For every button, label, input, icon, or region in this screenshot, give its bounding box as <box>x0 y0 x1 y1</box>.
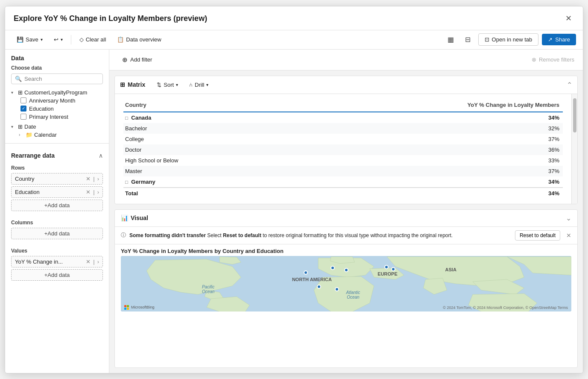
save-icon: 💾 <box>17 36 23 43</box>
drill-label: Drill <box>195 82 204 88</box>
sort-icon: ⇅ <box>157 82 161 88</box>
data-overview-button[interactable]: 📋 Data overview <box>112 34 166 45</box>
choose-data-title: Choose data <box>11 65 103 71</box>
columns-section: Columns +Add data <box>5 216 109 244</box>
highschool-label: High School or Below <box>123 155 288 166</box>
highschool-value: 33% <box>288 155 563 166</box>
notice-normal: Select <box>207 232 223 238</box>
open-new-tab-button[interactable]: ⊡ Open in new tab <box>478 33 539 46</box>
tree-customer-loyalty[interactable]: ▾ ⊞ CustomerLoyaltyProgram <box>11 88 103 97</box>
undo-chevron-icon: ▾ <box>61 37 63 42</box>
search-box[interactable]: 🔍 <box>11 73 103 84</box>
rearrange-title: Rearrange data <box>11 152 55 159</box>
share-label: Share <box>555 36 570 43</box>
country-more-icon[interactable]: › <box>97 176 99 182</box>
values-add-data-button[interactable]: +Add data <box>11 269 103 281</box>
share-button[interactable]: ↗ Share <box>542 34 576 45</box>
close-button[interactable]: ✕ <box>562 12 574 24</box>
matrix-scrollbar[interactable] <box>571 94 577 204</box>
toolbar-right: ▦ ⊟ ⊡ Open in new tab ↗ Share <box>444 33 576 47</box>
matrix-toolbar: ⊞ Matrix ⇅ Sort ▾ ⑃ Drill ▾ <box>115 76 577 94</box>
education-remove-icon[interactable]: ✕ <box>86 189 91 195</box>
folder-icon: 📁 <box>26 132 32 138</box>
clear-icon: ◇ <box>79 36 84 43</box>
collapse-icon[interactable]: ∧ <box>99 152 103 159</box>
yoy-remove-icon[interactable]: ✕ <box>86 259 91 265</box>
primary-interest-checkbox[interactable] <box>20 114 26 120</box>
sidebar: Data Choose data 🔍 ▾ ⊞ CustomerLoyaltyPr… <box>5 50 109 373</box>
table-row: Doctor 36% <box>123 144 563 155</box>
visual-collapse-icon[interactable]: ⌄ <box>566 214 571 222</box>
chart-title: YoY % Change in Loyalty Members by Count… <box>115 244 577 256</box>
country-remove-icon[interactable]: ✕ <box>86 176 91 182</box>
yoy-pill: YoY % Change in... ✕ | › <box>11 256 103 267</box>
primary-interest-item[interactable]: Primary Interest <box>19 113 103 121</box>
data-section: Data Choose data 🔍 ▾ ⊞ CustomerLoyaltyPr… <box>5 50 109 139</box>
collapse-matrix-icon[interactable]: ⌃ <box>567 81 572 89</box>
sq1 <box>124 305 126 307</box>
anniversary-month-item[interactable]: Anniversary Month <box>19 97 103 105</box>
college-value: 37% <box>288 134 563 144</box>
calendar-label: Calendar <box>34 132 103 138</box>
table-icon: ⊞ <box>18 89 23 96</box>
scroll-thumb[interactable] <box>573 98 576 132</box>
country-divider: | <box>93 176 94 182</box>
columns-add-data-button[interactable]: +Add data <box>11 228 103 239</box>
save-chevron-icon: ▾ <box>41 37 43 42</box>
matrix-label: Matrix <box>128 81 145 88</box>
map-dot-7 <box>335 287 339 291</box>
education-checkbox[interactable] <box>20 106 26 112</box>
anniversary-checkbox[interactable] <box>20 97 26 103</box>
notice-bold2: Reset to default <box>223 232 261 238</box>
sort-button[interactable]: ⇅ Sort ▾ <box>152 79 183 90</box>
notice-bold1: Some formatting didn't transfer <box>129 232 206 238</box>
search-input[interactable] <box>24 76 99 82</box>
country-germany: □ Germany <box>123 176 288 188</box>
columns-label: Columns <box>11 220 103 226</box>
layout2-button[interactable]: ⊟ <box>461 33 475 47</box>
table-header-row: Country YoY % Change in Loyalty Members <box>123 99 563 112</box>
visual-chart-icon: 📊 <box>121 214 128 221</box>
clear-button[interactable]: ◇ Clear all <box>75 34 111 45</box>
education-item[interactable]: Education <box>19 105 103 113</box>
country-pill-label: Country <box>15 176 35 182</box>
drill-button[interactable]: ⑃ Drill ▾ <box>184 79 213 90</box>
table-row-total: Total 34% <box>123 188 563 199</box>
sort-label: Sort <box>164 82 174 88</box>
chevron-down-icon: ▾ <box>11 90 16 95</box>
matrix-panel: ⊞ Matrix ⇅ Sort ▾ ⑃ Drill ▾ <box>114 76 578 204</box>
matrix-scroll-area: Country YoY % Change in Loyalty Members … <box>115 94 577 204</box>
education-pill-label: Education <box>15 189 40 195</box>
total-label: Total <box>123 188 288 199</box>
values-label: Values <box>11 248 103 254</box>
matrix-data-table: Country YoY % Change in Loyalty Members … <box>123 99 563 199</box>
content-area: ⊕ Add filter ⊗ Remove filters ⊞ Matrix <box>109 50 583 373</box>
undo-button[interactable]: ↩ ▾ <box>49 34 67 45</box>
notice-close-icon[interactable]: ✕ <box>566 232 571 239</box>
remove-filters-icon: ⊗ <box>532 56 536 63</box>
data-overview-label: Data overview <box>126 36 161 43</box>
germany-expand-icon[interactable]: □ <box>125 179 128 185</box>
reset-to-default-button[interactable]: Reset to default <box>515 230 560 241</box>
education-pill: Education ✕ | › <box>11 186 103 198</box>
add-filter-button[interactable]: ⊕ Add filter <box>118 54 156 66</box>
rows-add-data-button[interactable]: +Add data <box>11 200 103 211</box>
rearrange-header: Rearrange data ∧ <box>5 148 109 162</box>
calendar-item[interactable]: › 📁 Calendar <box>19 131 103 139</box>
layout1-button[interactable]: ▦ <box>444 33 458 47</box>
yoy-more-icon[interactable]: › <box>97 259 99 265</box>
date-chevron-icon: ▾ <box>11 124 16 129</box>
map-svg <box>121 256 571 311</box>
total-value: 34% <box>288 188 563 199</box>
modal-header: Explore YoY % Change in Loyalty Members … <box>5 6 583 30</box>
education-more-icon[interactable]: › <box>97 189 99 195</box>
main-toolbar: 💾 Save ▾ ↩ ▾ ◇ Clear all 📋 Data overview… <box>5 30 583 50</box>
save-button[interactable]: 💾 Save ▾ <box>12 34 47 45</box>
col-country: Country <box>123 99 288 112</box>
matrix-icon: ⊞ <box>120 81 125 88</box>
data-title: Data <box>11 55 103 62</box>
date-table-icon: ⊞ <box>18 123 23 130</box>
tree-date[interactable]: ▾ ⊞ Date <box>11 123 103 131</box>
expand-icon[interactable]: □ <box>125 115 128 120</box>
visual-panel: 📊 Visual ⌄ ⓘ Some formatting didn't tran… <box>114 209 578 368</box>
